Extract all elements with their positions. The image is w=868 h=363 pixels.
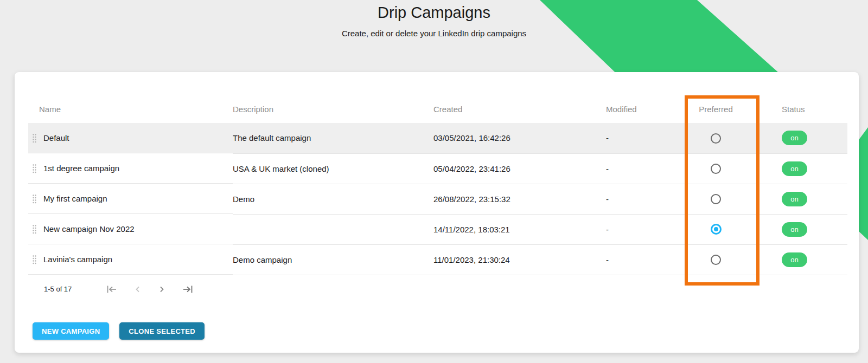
campaign-modified: - [606,244,671,275]
preferred-radio[interactable] [711,133,721,144]
campaign-modified: - [606,153,671,184]
status-badge[interactable]: on [782,252,807,267]
preferred-radio[interactable] [711,224,722,235]
drag-handle-icon[interactable] [32,224,37,234]
clone-selected-button[interactable]: CLONE SELECTED [119,322,205,340]
campaign-description: Demo [233,184,433,214]
table-row: My first campaign Demo 26/08/2022, 23:15… [28,184,847,214]
last-page-icon [182,285,193,294]
status-badge[interactable]: on [782,222,807,237]
drag-handle-icon[interactable] [32,255,37,264]
new-campaign-button[interactable]: NEW CAMPAIGN [33,322,109,340]
column-header-modified: Modified [606,95,671,123]
table-row: New campaign Nov 2022 14/11/2022, 18:03:… [28,214,847,244]
campaign-modified: - [606,184,671,214]
campaign-name: Default [43,133,69,142]
column-header-created: Created [433,95,606,123]
campaign-created: 03/05/2021, 16:42:26 [433,123,606,153]
campaign-modified: - [606,123,671,153]
campaign-name: Lavinia's campaign [43,255,112,264]
table-header-row: Name Description Created Modified Prefer… [28,95,847,123]
first-page-icon [106,285,117,294]
preferred-radio[interactable] [711,164,721,174]
last-page-button[interactable] [182,285,193,294]
campaign-description [233,214,433,244]
next-page-icon [158,285,165,294]
drag-handle-icon[interactable] [32,194,37,204]
preferred-radio[interactable] [711,194,721,204]
table-row: 1st degree campaign USA & UK market (clo… [28,153,847,184]
campaign-description: USA & UK market (cloned) [233,153,433,184]
page-header: Drip Campaigns Create, edit or delete yo… [0,3,868,38]
status-badge[interactable]: on [782,161,807,176]
previous-page-icon [135,285,141,294]
campaign-created: 26/08/2022, 23:15:32 [433,184,606,214]
campaigns-table: Name Description Created Modified Prefer… [28,95,847,275]
card-actions: NEW CAMPAIGN CLONE SELECTED [33,322,205,340]
table-row: Lavinia's campaign Demo campaign 11/01/2… [28,244,847,275]
page-title: Drip Campaigns [0,3,868,22]
campaign-created: 05/04/2022, 23:41:26 [433,153,606,184]
first-page-button[interactable] [106,285,117,294]
campaign-name: 1st degree campaign [43,164,119,173]
pagination: 1-5 of 17 [28,275,845,303]
page-subtitle: Create, edit or delete your LinkedIn dri… [0,29,868,38]
column-header-description: Description [233,95,433,123]
status-badge[interactable]: on [782,131,807,145]
column-header-name: Name [28,95,233,123]
campaign-name: New campaign Nov 2022 [43,224,135,234]
campaign-name: My first campaign [43,194,107,203]
table-row: Default The default campaign 03/05/2021,… [28,123,847,153]
previous-page-button[interactable] [135,285,141,294]
drag-handle-icon[interactable] [32,164,37,173]
campaign-description: Demo campaign [233,244,433,275]
column-header-status: Status [761,95,847,123]
status-badge[interactable]: on [782,192,807,206]
campaign-created: 14/11/2022, 18:03:21 [433,214,606,244]
column-header-preferred: Preferred [671,95,761,123]
campaign-description: The default campaign [233,123,433,153]
campaign-modified: - [606,214,671,244]
drag-handle-icon[interactable] [32,133,37,143]
next-page-button[interactable] [158,285,165,294]
pagination-range-label: 1-5 of 17 [44,285,72,293]
campaign-created: 11/01/2023, 21:30:24 [433,244,606,275]
preferred-radio[interactable] [711,255,721,265]
campaigns-card: Name Description Created Modified Prefer… [15,72,859,353]
